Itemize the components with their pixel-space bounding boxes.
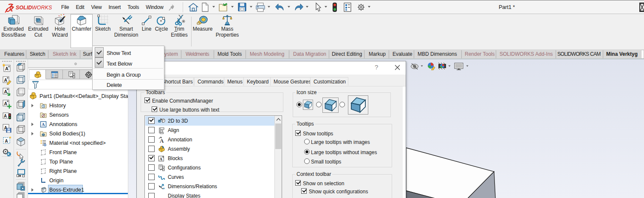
svg-text:A: A	[160, 157, 163, 161]
svg-text:A: A	[5, 66, 8, 71]
svg-text:A: A	[4, 114, 7, 118]
svg-text:SOLID: SOLID	[16, 5, 32, 11]
svg-text:A: A	[160, 138, 164, 143]
svg-text:A: A	[4, 101, 8, 106]
svg-text:A: A	[4, 89, 8, 94]
svg-text:A: A	[5, 139, 8, 143]
svg-text:A: A	[4, 77, 8, 83]
svg-text:A: A	[42, 122, 45, 127]
svg-text:WORKS: WORKS	[32, 5, 52, 11]
